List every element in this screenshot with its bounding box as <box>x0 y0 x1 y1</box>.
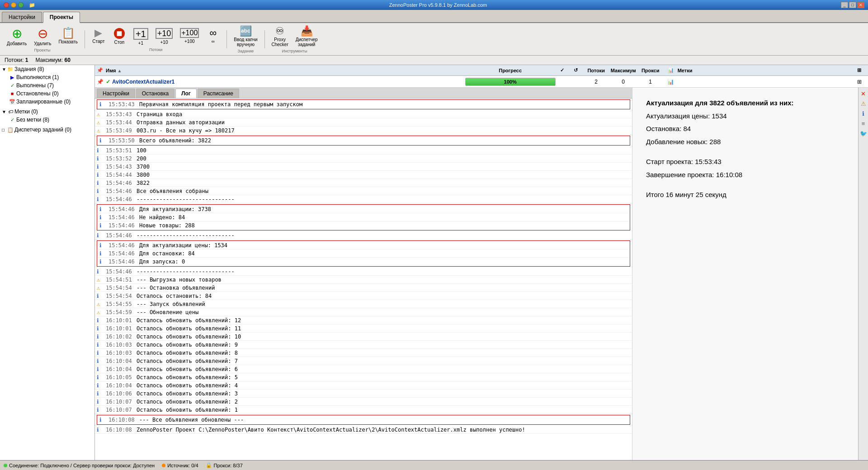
log-time: 16:10:05 <box>106 374 133 381</box>
show-button[interactable]: 📋 Показать <box>55 26 81 47</box>
log-message: --- Все объявления обновлены --- <box>139 417 244 423</box>
summary-spacer2 <box>646 181 844 188</box>
info-icon: ℹ <box>99 417 107 423</box>
log-message: Осталось обновить объявлений: 9 <box>137 342 238 348</box>
toolbar-streams-label: Потоки <box>149 47 162 52</box>
info-icon: ℹ <box>97 427 104 433</box>
log-line: ℹ 15:54:46 Для остановки: 84 <box>98 249 629 258</box>
log-time: 15:54:46 <box>106 268 133 275</box>
log-message: Все объявления собраны <box>137 188 208 194</box>
sidebar-item-done[interactable]: ✓ Выполнены (7) <box>0 81 94 89</box>
warn-icon: ⚠ <box>97 301 104 307</box>
minimize-traffic-light[interactable] <box>11 2 16 8</box>
log-time: 16:10:08 <box>108 417 136 423</box>
close-traffic-light[interactable] <box>4 2 9 8</box>
log-time: 15:54:55 <box>106 301 133 307</box>
log-line: ℹ 15:54:44 3800 <box>95 171 632 179</box>
maximize-traffic-light[interactable] <box>18 2 24 8</box>
start-button[interactable]: ▶ Старт <box>89 27 108 47</box>
log-time: 16:10:02 <box>106 334 133 340</box>
log-line: ⚠ 15:54:59 --- Обновление цены <box>95 308 632 316</box>
toolbar-divider-3 <box>264 30 265 48</box>
task-chart[interactable]: 📊 <box>664 79 678 85</box>
sidebar-lines-icon[interactable]: ≡ <box>859 119 868 127</box>
info-icon: ℹ <box>97 293 104 299</box>
info-icon: ℹ <box>97 268 104 275</box>
sidebar-item-stopped[interactable]: ■ Остановлены (0) <box>0 89 94 98</box>
remove-button[interactable]: ⊖ Удалить <box>31 26 54 47</box>
log-message: Осталось обновить объявлений: 3 <box>137 390 238 397</box>
proxy-text: Прокси: 8/37 <box>214 463 243 468</box>
log-time: 16:10:03 <box>106 350 133 356</box>
plus10-button[interactable]: +10 +10 <box>152 27 176 47</box>
sidebar-item-scheduled[interactable]: 📅 Запланированные (0) <box>0 98 94 106</box>
sidebar-warn-icon[interactable]: ⚠ <box>859 99 868 108</box>
log-message: 3800 <box>137 172 150 178</box>
sidebar-close-icon[interactable]: ✕ <box>859 89 868 98</box>
add-button[interactable]: ⊕ Добавить <box>4 26 30 47</box>
info-icon: ℹ <box>97 155 104 162</box>
plus100-button[interactable]: +100 +100 <box>177 27 202 47</box>
toolbar-divider-1 <box>85 30 85 48</box>
right-sidebar: ✕ ⚠ ℹ ≡ 🐦 <box>858 88 868 460</box>
info-icon: ℹ <box>97 188 104 194</box>
log-line: ℹ 16:10:01 Осталось обновить объявлений:… <box>95 316 632 324</box>
status-bar: Соединение: Подключено / Сервер проверки… <box>0 460 868 470</box>
window-minimize-btn[interactable]: _ <box>841 2 848 8</box>
tab-stop-inner[interactable]: Остановка <box>136 89 175 98</box>
log-line: ℹ 15:54:46 Для актуализации: 3738 <box>98 205 629 213</box>
stopped-label: Остановлены (0) <box>16 90 59 97</box>
title-bar: 📁 ZennoPoster Pro v5.9.8.1 by ZennoLab.c… <box>0 0 868 10</box>
sidebar-item-dispatcher[interactable]: □ 📋 Диспетчер заданий (0) <box>0 126 94 134</box>
sidebar-item-notag[interactable]: ✓ Без метки (8) <box>0 116 94 124</box>
running-icon: ▶ <box>9 75 15 80</box>
sidebar-item-tags[interactable]: ▼ 🏷 Метки (0) <box>0 108 94 116</box>
log-line: ℹ 16:10:07 Осталось обновить объявлений:… <box>95 398 632 406</box>
tab-settings[interactable]: Настройки <box>2 12 42 22</box>
stop-button[interactable]: ■ Стоп <box>109 27 129 47</box>
task-name[interactable]: ✓ AvitoContextActualizer1 <box>106 79 465 85</box>
task-row[interactable]: 📌 ✓ AvitoContextActualizer1 100% 2 0 1 📊 <box>95 76 868 88</box>
summary-line7: Завершение проекта: 16:10:08 <box>646 169 844 182</box>
scheduled-label: Запланированные (0) <box>16 99 71 105</box>
disp-icon: 📋 <box>7 127 14 133</box>
header-progress: Прогресс <box>465 68 556 73</box>
log-content[interactable]: ℹ 15:53:43 Первичная компиляция проекта … <box>95 99 632 460</box>
plus1-button[interactable]: +1 +1 <box>130 27 151 47</box>
tab-settings-inner[interactable]: Настройки <box>97 89 135 98</box>
sidebar-bird-icon[interactable]: 🐦 <box>859 129 868 137</box>
log-line: ℹ 16:10:04 Осталось обновить объявлений:… <box>95 357 632 365</box>
window-restore-btn[interactable]: □ <box>849 2 856 8</box>
log-message: Первичная компиляция проекта перед первы… <box>139 101 302 108</box>
task-streams: 2 <box>583 79 610 85</box>
log-message: Осталось обновить объявлений: 5 <box>137 374 238 381</box>
task-expand[interactable]: ⊞ <box>857 79 866 85</box>
log-line: ℹ 16:10:05 Осталось обновить объявлений:… <box>95 373 632 381</box>
tab-log-inner[interactable]: Лог <box>175 89 197 98</box>
tags-expand-icon: ▼ <box>2 109 6 114</box>
captcha-button[interactable]: 🔤 Ввод капчивручную <box>231 25 260 48</box>
log-line: ℹ 15:54:54 Осталось остановить: 84 <box>95 292 632 300</box>
toolbar-instruments-section: ♾ ProxyChecker 📥 Диспетчерзаданий Инстру… <box>269 25 321 53</box>
log-message: Осталось обновить объявлений: 8 <box>137 350 238 356</box>
toolbar: ⊕ Добавить ⊖ Удалить 📋 Показать Проекты … <box>0 23 868 56</box>
window-buttons[interactable]: _ □ ✕ <box>841 2 864 8</box>
window-close-btn[interactable]: ✕ <box>857 2 864 8</box>
sidebar-item-running[interactable]: ▶ Выполняются (1) <box>0 73 94 81</box>
toolbar-projects-section: ⊕ Добавить ⊖ Удалить 📋 Показать Проекты <box>4 26 81 52</box>
header-check: ✓ <box>556 67 569 73</box>
sidebar-info-icon[interactable]: ℹ <box>859 109 868 118</box>
inf-button[interactable]: ∞ ∞ <box>203 27 223 47</box>
sources-dot <box>162 464 165 467</box>
tab-projects[interactable]: Проекты <box>43 12 80 23</box>
summary-line9: Итого 16 минут 25 секунд <box>646 188 844 202</box>
proxy-checker-button[interactable]: ♾ ProxyChecker <box>269 25 292 48</box>
log-time: 16:10:06 <box>106 390 133 397</box>
toolbar-streams-section: ▶ Старт ■ Стоп +1 +1 +10 +10 +100 +100 <box>89 27 223 52</box>
sidebar-item-tasks[interactable]: ▼ 📁 Задания (8) <box>0 65 94 73</box>
header-name[interactable]: Имя ▲ <box>106 68 465 73</box>
tab-schedule-inner[interactable]: Расписание <box>198 89 239 98</box>
window-controls[interactable]: 📁 <box>4 2 35 8</box>
log-line: ℹ 15:54:46 Все объявления собраны <box>95 187 632 195</box>
dispatcher-button[interactable]: 📥 Диспетчерзаданий <box>292 25 321 48</box>
